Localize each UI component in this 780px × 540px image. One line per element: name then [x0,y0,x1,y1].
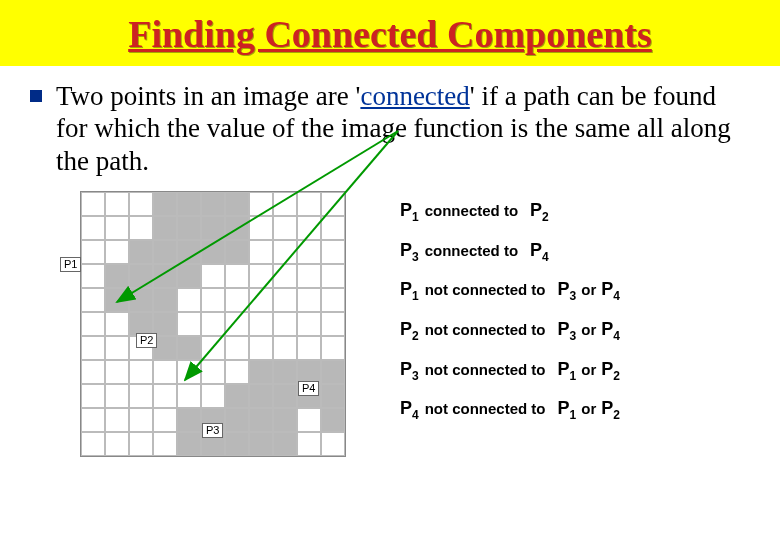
grid-cell [177,432,201,456]
grid-cell [273,264,297,288]
grid-cell [297,192,321,216]
grid-cell [201,192,225,216]
grid-cell [321,216,345,240]
grid-cell [273,336,297,360]
grid-cell [201,240,225,264]
grid-cell [129,384,153,408]
label-p2: P2 [136,333,157,348]
bullet-icon [30,90,42,102]
grid-cell [249,312,273,336]
grid-cell [177,312,201,336]
bullet-row: Two points in an image are 'connected' i… [0,66,780,177]
grid-cell [153,360,177,384]
grid-cell [81,192,105,216]
label-p4: P4 [298,381,319,396]
grid-cell [321,408,345,432]
grid-cell [273,384,297,408]
grid-cell [153,288,177,312]
grid-cell [201,288,225,312]
grid-cell [225,264,249,288]
grid-cell [201,360,225,384]
grid-cell [297,216,321,240]
grid-cell [81,216,105,240]
grid-cell [273,408,297,432]
bullet-text: Two points in an image are 'connected' i… [56,80,750,177]
grid-cell [321,264,345,288]
grid-cell [225,312,249,336]
grid-cell [81,360,105,384]
grid-cell [321,384,345,408]
grid-cell [153,192,177,216]
grid-cell [273,312,297,336]
grid-cell [129,408,153,432]
grid-cell [225,240,249,264]
conn-row-3: P1not connected toP3 or P4 [400,270,750,310]
grid-cell [225,432,249,456]
grid-cell [201,384,225,408]
pixel-grid [80,191,346,457]
grid-cell [153,408,177,432]
bullet-text-link: connected [360,81,469,111]
grid-cell [249,384,273,408]
grid-cell [105,288,129,312]
grid-cell [249,264,273,288]
grid-cell [321,288,345,312]
slide-title: Finding Connected Components [0,12,780,56]
grid-cell [249,192,273,216]
grid-cell [129,288,153,312]
conn-row-1: P1connected toP2 [400,191,750,231]
grid-cell [105,360,129,384]
label-p3: P3 [202,423,223,438]
grid-wrap: P1 P2 P3 P4 [60,191,370,461]
grid-cell [201,336,225,360]
grid-cell [297,408,321,432]
grid-cell [177,408,201,432]
conn-row-6: P4not connected toP1 or P2 [400,389,750,429]
grid-cell [177,240,201,264]
content-row: P1 P2 P3 P4 P1connected toP2 P3connected… [0,177,780,461]
conn-row-5: P3not connected toP1 or P2 [400,350,750,390]
grid-cell [129,240,153,264]
grid-cell [273,288,297,312]
grid-cell [249,336,273,360]
label-p1: P1 [60,257,81,272]
grid-cell [81,240,105,264]
grid-cell [273,240,297,264]
grid-cell [321,360,345,384]
grid-cell [81,336,105,360]
conn-row-4: P2not connected toP3 or P4 [400,310,750,350]
grid-cell [105,216,129,240]
grid-cell [153,264,177,288]
grid-cell [321,336,345,360]
grid-cell [321,312,345,336]
grid-cell [225,360,249,384]
grid-cell [153,216,177,240]
grid-cell [225,216,249,240]
grid-cell [225,288,249,312]
grid-cell [297,240,321,264]
grid-cell [225,408,249,432]
grid-cell [81,312,105,336]
grid-cell [81,384,105,408]
grid-cell [273,360,297,384]
grid-cell [297,312,321,336]
grid-cell [105,384,129,408]
grid-cell [177,288,201,312]
title-band: Finding Connected Components [0,0,780,66]
conn-row-2: P3connected toP4 [400,231,750,271]
grid-cell [201,216,225,240]
grid-cell [81,408,105,432]
grid-cell [297,288,321,312]
grid-cell [249,432,273,456]
grid-cell [81,288,105,312]
grid-cell [105,432,129,456]
grid-cell [105,240,129,264]
grid-cell [153,384,177,408]
grid-cell [201,264,225,288]
grid-cell [153,240,177,264]
grid-cell [249,216,273,240]
grid-cell [177,384,201,408]
grid-cell [129,360,153,384]
grid-cell [297,264,321,288]
grid-cell [177,264,201,288]
